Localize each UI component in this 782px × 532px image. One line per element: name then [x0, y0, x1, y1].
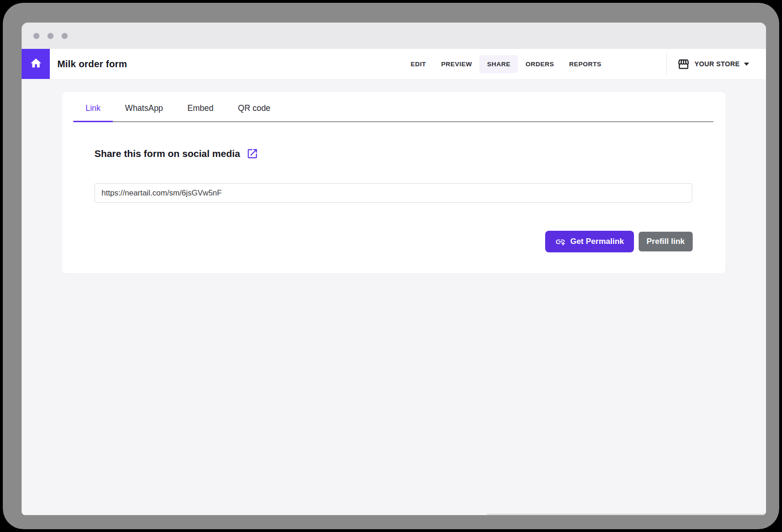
- tab-embed[interactable]: Embed: [175, 103, 226, 121]
- nav-item-share[interactable]: SHARE: [479, 55, 518, 73]
- prefill-link-button[interactable]: Prefill link: [639, 232, 693, 251]
- browser-window: Milk order form EDIT PREVIEW SHARE ORDER…: [22, 23, 766, 515]
- share-url-input[interactable]: [94, 183, 692, 203]
- actions-row: Get Permalink Prefill link: [545, 231, 693, 252]
- window-titlebar: [22, 23, 766, 49]
- prefill-link-label: Prefill link: [647, 237, 685, 246]
- tab-whatsapp[interactable]: WhatsApp: [113, 103, 175, 121]
- window-dot-icon[interactable]: [33, 33, 39, 39]
- open-in-new-icon[interactable]: [246, 148, 258, 160]
- section-title: Share this form on social media: [94, 148, 240, 159]
- your-store-menu[interactable]: YOUR STORE: [666, 54, 749, 74]
- app-header: Milk order form EDIT PREVIEW SHARE ORDER…: [22, 49, 766, 79]
- nav-divider: [666, 54, 667, 74]
- window-dot-icon[interactable]: [47, 33, 54, 39]
- get-permalink-label: Get Permalink: [570, 237, 624, 246]
- home-icon: [30, 57, 42, 71]
- section-title-row: Share this form on social media: [94, 148, 258, 160]
- top-nav: EDIT PREVIEW SHARE ORDERS REPORTS: [403, 55, 609, 73]
- storefront-icon: [677, 58, 690, 70]
- get-permalink-button[interactable]: Get Permalink: [545, 231, 633, 252]
- tab-link[interactable]: Link: [73, 103, 113, 122]
- window-dot-icon[interactable]: [62, 33, 68, 39]
- tab-qr-code[interactable]: QR code: [226, 103, 282, 121]
- add-link-icon: [555, 236, 566, 247]
- page-title: Milk order form: [57, 59, 127, 70]
- window-bottom-edge: [487, 514, 766, 515]
- main-content: Link WhatsApp Embed QR code Share this f…: [22, 79, 766, 515]
- window-controls: [33, 23, 68, 49]
- home-button[interactable]: [22, 49, 50, 79]
- chevron-down-icon: [744, 63, 749, 66]
- nav-item-orders[interactable]: ORDERS: [518, 55, 562, 73]
- share-card: Link WhatsApp Embed QR code Share this f…: [63, 92, 725, 273]
- share-tabs: Link WhatsApp Embed QR code: [73, 92, 713, 122]
- nav-item-edit[interactable]: EDIT: [403, 55, 434, 73]
- store-label: YOUR STORE: [695, 60, 740, 68]
- nav-item-preview[interactable]: PREVIEW: [434, 55, 480, 73]
- device-frame: Milk order form EDIT PREVIEW SHARE ORDER…: [3, 3, 779, 529]
- screenshot-stage: Milk order form EDIT PREVIEW SHARE ORDER…: [0, 0, 782, 532]
- nav-item-reports[interactable]: REPORTS: [562, 55, 609, 73]
